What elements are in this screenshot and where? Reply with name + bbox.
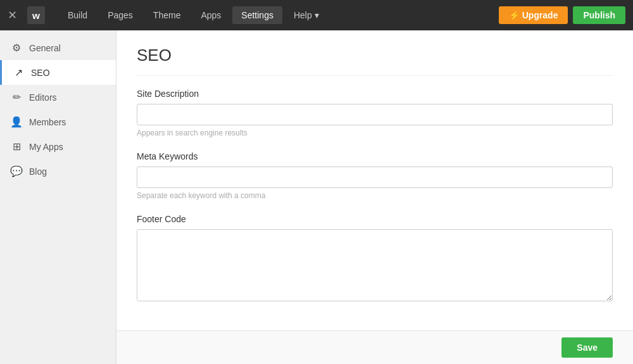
- sidebar-item-members[interactable]: 👤 Members: [0, 110, 116, 134]
- main-area: ⚙ General ↗ SEO ✏ Editors 👤 Members ⊞ My…: [0, 30, 633, 364]
- sidebar-label-blog: Blog: [29, 166, 47, 177]
- meta-keywords-label: Meta Keywords: [137, 151, 613, 161]
- nav-links: Build Pages Theme Apps Settings Help ▾: [59, 6, 499, 24]
- close-icon[interactable]: ✕: [8, 9, 17, 21]
- app-logo: w: [26, 5, 46, 25]
- edit-icon: ✏: [10, 91, 23, 103]
- sidebar-label-members: Members: [29, 117, 66, 127]
- nav-build[interactable]: Build: [59, 6, 96, 24]
- publish-button[interactable]: Publish: [573, 6, 625, 24]
- top-navigation: ✕ w Build Pages Theme Apps Settings Help…: [0, 0, 633, 30]
- site-description-hint: Appears in search engine results: [137, 129, 613, 137]
- meta-keywords-input[interactable]: [137, 166, 613, 188]
- sidebar-item-editors[interactable]: ✏ Editors: [0, 85, 116, 110]
- site-description-input[interactable]: [137, 104, 613, 125]
- sidebar-item-seo[interactable]: ↗ SEO: [0, 60, 116, 85]
- sidebar-label-general: General: [29, 43, 61, 53]
- nav-help[interactable]: Help ▾: [285, 6, 328, 24]
- site-description-label: Site Description: [137, 89, 613, 99]
- topnav-actions: ⚡ Upgrade Publish: [499, 6, 625, 24]
- content-scroll: SEO Site Description Appears in search e…: [116, 30, 633, 330]
- seo-icon: ↗: [12, 66, 25, 78]
- meta-keywords-group: Meta Keywords Separate each keyword with…: [137, 151, 613, 200]
- person-icon: 👤: [10, 116, 23, 128]
- sidebar-item-myapps[interactable]: ⊞ My Apps: [0, 134, 116, 159]
- sidebar-label-editors: Editors: [29, 92, 57, 103]
- footer-code-label: Footer Code: [137, 214, 613, 224]
- svg-text:w: w: [32, 10, 40, 21]
- page-title: SEO: [137, 46, 613, 76]
- footer-code-group: Footer Code: [137, 214, 613, 304]
- nav-apps[interactable]: Apps: [192, 6, 230, 24]
- footer-code-textarea[interactable]: [137, 229, 613, 301]
- sidebar-label-myapps: My Apps: [29, 142, 63, 152]
- blog-icon: 💬: [10, 165, 23, 177]
- sidebar-item-blog[interactable]: 💬 Blog: [0, 159, 116, 184]
- nav-settings[interactable]: Settings: [232, 6, 282, 24]
- sidebar-label-seo: SEO: [31, 68, 50, 78]
- sidebar-item-general[interactable]: ⚙ General: [0, 35, 116, 60]
- apps-icon: ⊞: [10, 141, 23, 153]
- sidebar: ⚙ General ↗ SEO ✏ Editors 👤 Members ⊞ My…: [0, 30, 116, 364]
- save-bar: Save: [116, 330, 633, 364]
- nav-pages[interactable]: Pages: [99, 6, 142, 24]
- gear-icon: ⚙: [10, 42, 23, 54]
- nav-theme[interactable]: Theme: [144, 6, 190, 24]
- upgrade-button[interactable]: ⚡ Upgrade: [499, 6, 568, 24]
- meta-keywords-hint: Separate each keyword with a comma: [137, 191, 613, 200]
- content-area: SEO Site Description Appears in search e…: [116, 30, 633, 364]
- save-button[interactable]: Save: [561, 337, 613, 358]
- site-description-group: Site Description Appears in search engin…: [137, 89, 613, 137]
